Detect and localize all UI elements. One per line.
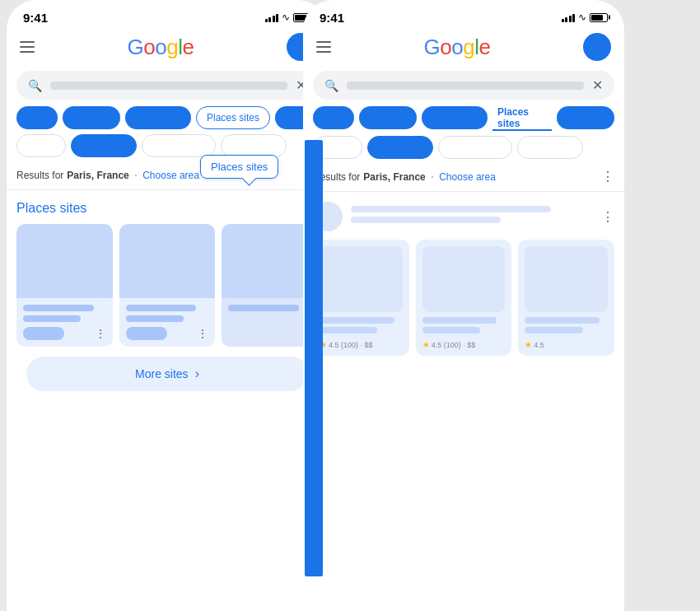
card-footer-2: ⋮	[126, 327, 209, 340]
place-card-1[interactable]: ⋮	[16, 224, 113, 347]
ghost-card-line-6	[525, 327, 582, 333]
ghost-card-line-3	[422, 317, 497, 324]
filter-chips-row1-left: Places sites	[7, 106, 328, 129]
results-location-left: Paris, France	[67, 170, 128, 181]
ghost-cards-row: ★ 4.5 (100) · $$ ★ 4.5 (100) · $$	[313, 240, 614, 356]
card-tag-1	[23, 327, 64, 340]
more-sites-button[interactable]: More sites ›	[26, 357, 308, 391]
search-input-right[interactable]	[347, 82, 584, 90]
star-icon-3: ★	[525, 340, 532, 349]
status-bar-left: 9:41 ∿	[7, 0, 328, 30]
chip-3-right[interactable]	[422, 106, 488, 129]
chip-5-right[interactable]	[557, 106, 614, 129]
ghost-card-2[interactable]: ★ 4.5 (100) · $$	[416, 240, 512, 356]
chip-places-sites-label-left: Places sites	[207, 112, 259, 124]
chip2-4-right[interactable]	[517, 136, 583, 159]
results-text-left: Results for	[16, 170, 63, 181]
card-line-2	[23, 315, 81, 322]
status-time-right: 9:41	[320, 11, 344, 25]
results-row-left: Results for Paris, France · Choose area …	[7, 164, 328, 190]
place-cards-grid-left: ⋮ ⋮	[16, 224, 318, 347]
chip2-2-left[interactable]	[71, 134, 137, 157]
search-input-left[interactable]	[50, 82, 287, 90]
hamburger-menu-left[interactable]	[20, 41, 35, 53]
filter-chips-row1-right: Places sites	[303, 106, 624, 131]
card-image-2	[119, 224, 216, 298]
chip-3-left[interactable]	[125, 106, 191, 129]
hamburger-line-r	[316, 51, 331, 53]
ghost-card-3[interactable]: ★ 4.5	[518, 240, 614, 356]
phone-comparison: 9:41 ∿ Google	[0, 0, 700, 611]
hamburger-line	[20, 41, 35, 43]
highlight-bar	[305, 140, 323, 576]
close-icon-right[interactable]: ✕	[592, 77, 603, 93]
ghost-header-right: ⋮	[313, 202, 614, 231]
card-tag-2	[126, 327, 167, 340]
chip-2-right[interactable]	[359, 106, 417, 129]
chip2-2-right[interactable]	[367, 136, 433, 159]
card-line-1	[23, 305, 94, 311]
hamburger-line	[20, 46, 35, 48]
battery-icon-right	[590, 13, 608, 22]
chip2-3-right[interactable]	[438, 136, 512, 159]
filter-chips-row2-right	[303, 136, 624, 159]
ghost-rating-3: ★ 4.5	[525, 340, 608, 349]
star-icon-2: ★	[422, 340, 430, 349]
google-header-right: Google	[303, 30, 624, 68]
choose-area-link-right[interactable]: Choose area	[439, 171, 496, 183]
wifi-icon-right: ∿	[578, 12, 586, 23]
google-logo-left: Google	[128, 35, 194, 60]
phone-left: 9:41 ∿ Google	[7, 0, 328, 611]
card-body-1: ⋮	[16, 298, 113, 347]
filter-chips-row2-left	[7, 134, 328, 157]
ghost-card-1[interactable]: ★ 4.5 (100) · $$	[313, 240, 409, 356]
ghost-card-line-1	[320, 317, 394, 324]
phone-right: 9:41 ∿ Google	[303, 0, 624, 611]
status-icons-right: ∿	[562, 12, 609, 23]
google-header-left: Google	[7, 30, 328, 68]
signal-icon-right	[562, 12, 576, 22]
places-section-left: Places sites ⋮ ⋮	[7, 190, 328, 391]
chip-places-sites-left[interactable]: Places sites	[196, 106, 270, 129]
place-card-2[interactable]: ⋮	[119, 224, 216, 347]
places-title-left: Places sites	[16, 201, 86, 216]
chip-1-left[interactable]	[16, 106, 58, 129]
chip2-3-left[interactable]	[142, 134, 216, 157]
hamburger-menu-right[interactable]	[316, 41, 331, 53]
card-line-4	[126, 315, 184, 322]
more-sites-label: More sites	[135, 367, 189, 380]
tooltip-bubble: Places sites	[200, 155, 278, 179]
ghost-rating-1: ★ 4.5 (100) · $$	[320, 340, 403, 349]
results-row-right: Results for Paris, France · Choose area …	[303, 166, 624, 192]
chip-places-sites-right[interactable]: Places sites	[492, 106, 552, 131]
rating-text-2: 4.5 (100) · $$	[432, 341, 476, 349]
ghost-section-right: ⋮ ★ 4.5 (100) · $$	[303, 192, 624, 356]
search-bar-left[interactable]: 🔍 ✕	[16, 71, 318, 100]
chip-1-right[interactable]	[313, 106, 354, 129]
avatar-right[interactable]	[583, 33, 611, 61]
signal-icon-left	[265, 12, 279, 22]
ghost-card-line-4	[422, 327, 480, 333]
choose-area-link-left[interactable]: Choose area	[142, 170, 199, 181]
ghost-card-line-2	[320, 327, 377, 333]
rating-text-3: 4.5	[534, 341, 544, 349]
chip2-1-left[interactable]	[16, 134, 66, 157]
chip-2-left[interactable]	[63, 106, 120, 129]
card-menu-icon-2[interactable]: ⋮	[197, 327, 208, 340]
results-dot-left: ·	[134, 168, 138, 183]
status-bar-right: 9:41 ∿	[303, 0, 624, 30]
ghost-lines-right	[351, 206, 601, 227]
chip-places-sites-label-right: Places sites	[497, 106, 547, 129]
card-line-5	[228, 305, 299, 311]
hamburger-line	[20, 51, 35, 53]
wifi-icon-left: ∿	[282, 12, 290, 23]
card-menu-icon-1[interactable]: ⋮	[95, 327, 106, 340]
hamburger-line-r	[316, 46, 331, 48]
ghost-card-img-3	[525, 246, 608, 312]
ghost-more-icon[interactable]: ⋮	[601, 209, 614, 225]
chip2-4-left[interactable]	[221, 134, 287, 157]
ghost-line-2	[351, 217, 501, 223]
rating-text-1: 4.5 (100) · $$	[329, 341, 373, 349]
more-options-icon-right[interactable]: ⋮	[601, 169, 614, 184]
search-bar-right[interactable]: 🔍 ✕	[313, 71, 614, 100]
